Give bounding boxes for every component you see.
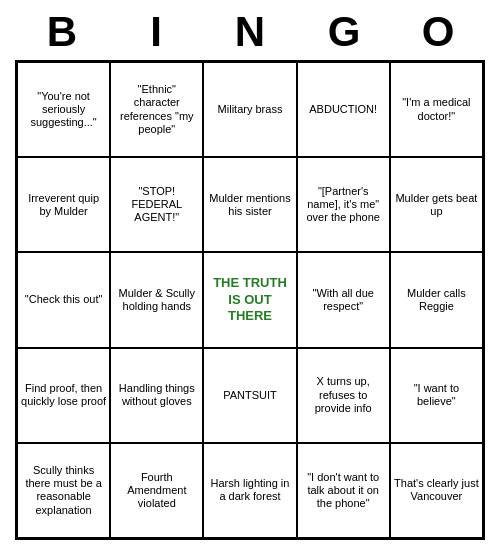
bingo-cell-0[interactable]: "You're not seriously suggesting..." xyxy=(17,62,110,157)
bingo-cell-12[interactable]: THE TRUTH IS OUT THERE xyxy=(203,252,296,347)
bingo-cell-14[interactable]: Mulder calls Reggie xyxy=(390,252,483,347)
bingo-grid: "You're not seriously suggesting...""Eth… xyxy=(15,60,485,540)
bingo-cell-20[interactable]: Scully thinks there must be a reasonable… xyxy=(17,443,110,538)
bingo-cell-16[interactable]: Handling things without gloves xyxy=(110,348,203,443)
bingo-cell-10[interactable]: "Check this out" xyxy=(17,252,110,347)
bingo-cell-4[interactable]: "I'm a medical doctor!" xyxy=(390,62,483,157)
bingo-cell-24[interactable]: That's clearly just Vancouver xyxy=(390,443,483,538)
letter-b: B xyxy=(22,8,102,56)
bingo-cell-8[interactable]: "[Partner's name], it's me" over the pho… xyxy=(297,157,390,252)
bingo-cell-13[interactable]: "With all due respect" xyxy=(297,252,390,347)
bingo-cell-5[interactable]: Irreverent quip by Mulder xyxy=(17,157,110,252)
bingo-cell-23[interactable]: "I don't want to talk about it on the ph… xyxy=(297,443,390,538)
bingo-cell-15[interactable]: Find proof, then quickly lose proof xyxy=(17,348,110,443)
letter-g: G xyxy=(304,8,384,56)
bingo-title: B I N G O xyxy=(15,0,485,60)
bingo-cell-7[interactable]: Mulder mentions his sister xyxy=(203,157,296,252)
bingo-cell-17[interactable]: PANTSUIT xyxy=(203,348,296,443)
bingo-cell-6[interactable]: "STOP! FEDERAL AGENT!" xyxy=(110,157,203,252)
bingo-cell-1[interactable]: "Ethnic" character references "my people… xyxy=(110,62,203,157)
bingo-cell-22[interactable]: Harsh lighting in a dark forest xyxy=(203,443,296,538)
bingo-cell-3[interactable]: ABDUCTION! xyxy=(297,62,390,157)
letter-o: O xyxy=(398,8,478,56)
bingo-cell-21[interactable]: Fourth Amendment violated xyxy=(110,443,203,538)
letter-i: I xyxy=(116,8,196,56)
bingo-cell-11[interactable]: Mulder & Scully holding hands xyxy=(110,252,203,347)
bingo-cell-19[interactable]: "I want to believe" xyxy=(390,348,483,443)
bingo-cell-18[interactable]: X turns up, refuses to provide info xyxy=(297,348,390,443)
bingo-cell-9[interactable]: Mulder gets beat up xyxy=(390,157,483,252)
letter-n: N xyxy=(210,8,290,56)
bingo-cell-2[interactable]: Military brass xyxy=(203,62,296,157)
